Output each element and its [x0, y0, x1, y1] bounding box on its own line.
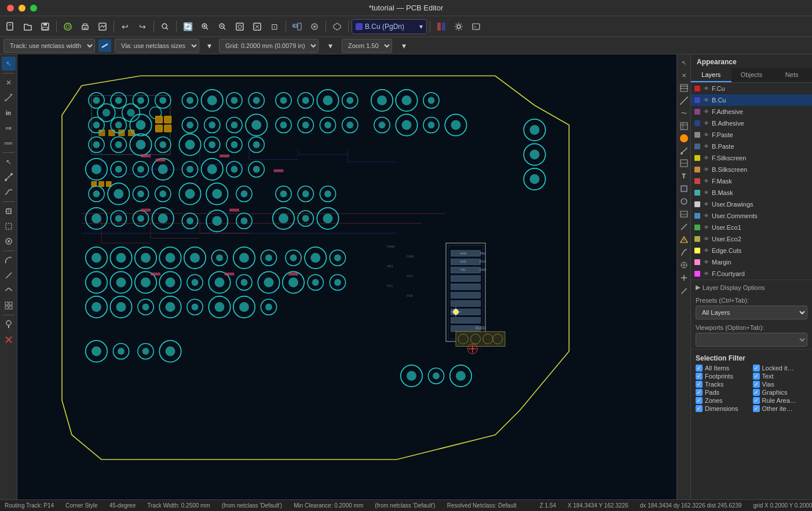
layer-visible-toggle[interactable]: 👁	[703, 120, 709, 126]
3d-view-button[interactable]	[329, 19, 345, 35]
measure-tool[interactable]	[2, 91, 16, 105]
layer-visible-toggle[interactable]: 👁	[703, 225, 709, 230]
box-right-tool[interactable]	[678, 183, 690, 194]
text-right-tool[interactable]: T	[678, 170, 690, 182]
via-tool[interactable]	[2, 234, 16, 248]
search-button[interactable]	[157, 19, 173, 35]
layer-visible-toggle[interactable]: 👁	[703, 259, 709, 265]
layer-item[interactable]: 👁 B.Adhesive	[691, 117, 812, 129]
layer-item[interactable]: 👁 User.Eco1	[691, 222, 812, 233]
copper-zone-tool[interactable]	[2, 219, 16, 233]
hatch3-right-tool[interactable]	[678, 157, 690, 169]
layer-visible-toggle[interactable]: 👁	[703, 86, 709, 91]
selection-filter-checkbox[interactable]	[753, 365, 760, 372]
route2-tool[interactable]	[2, 284, 16, 297]
line-tool[interactable]	[2, 269, 16, 282]
route-tool[interactable]	[2, 170, 16, 184]
layer-item[interactable]: 👁 B.Mask	[691, 187, 812, 198]
selection-filter-checkbox[interactable]	[696, 397, 703, 404]
layer-visible-toggle[interactable]: 👁	[703, 132, 709, 138]
via-size-select[interactable]: Via: use netclass sizes	[115, 39, 199, 53]
layer-item[interactable]: 👁 Margin	[691, 256, 812, 268]
paintbrush-tool[interactable]	[678, 145, 690, 156]
plot-button[interactable]	[94, 19, 111, 35]
route-right-tool[interactable]	[678, 247, 690, 258]
selection-filter-checkbox[interactable]	[753, 381, 760, 388]
selection-filter-checkbox[interactable]	[696, 365, 703, 372]
selection-filter-checkbox[interactable]	[696, 373, 703, 380]
via-size-mode-button[interactable]: ▾	[203, 39, 215, 52]
line-right-tool[interactable]	[678, 221, 690, 233]
grid-dropdown-button[interactable]: ▾	[322, 38, 338, 54]
minimize-button[interactable]	[19, 5, 25, 12]
viewports-select[interactable]	[696, 333, 807, 347]
layer-visible-toggle[interactable]: 👁	[703, 155, 709, 161]
cursor-tool[interactable]: ↖	[2, 155, 16, 169]
settings-button[interactable]	[451, 19, 467, 35]
zoom-orig-button[interactable]	[249, 19, 265, 35]
wave-right-tool[interactable]: 〜	[678, 108, 690, 119]
layer-item[interactable]: 👁 F.Courtyard	[691, 268, 812, 280]
layer-item[interactable]: 👁 B.Paste	[691, 141, 812, 152]
add-right-tool[interactable]	[678, 272, 690, 284]
layer-item[interactable]: 👁 User.Comments	[691, 210, 812, 222]
selection-filter-checkbox[interactable]	[753, 373, 760, 380]
selection-filter-checkbox[interactable]	[753, 397, 760, 404]
layer-item[interactable]: 👁 B.Cu	[691, 94, 812, 106]
image-right-tool[interactable]	[678, 208, 690, 220]
layer-item[interactable]: 👁 F.Cu	[691, 83, 812, 94]
save-button[interactable]	[37, 19, 53, 35]
unit-tool[interactable]: mm	[2, 136, 16, 150]
highlight-button[interactable]	[306, 19, 323, 35]
layer-item[interactable]: 👁 User.Drawings	[691, 198, 812, 210]
tab-objects[interactable]: Objects	[731, 68, 772, 82]
layer-item[interactable]: 👁 Edge.Cuts	[691, 245, 812, 256]
scripting-button[interactable]: >_	[468, 19, 484, 35]
cross-tool[interactable]: ✕	[2, 76, 16, 90]
layer-item[interactable]: 👁 F.Adhesive	[691, 106, 812, 117]
layer-item[interactable]: 👁 F.Mask	[691, 175, 812, 187]
layer-item[interactable]: 👁 F.Paste	[691, 129, 812, 141]
layer-visible-toggle[interactable]: 👁	[703, 167, 709, 172]
undo-button[interactable]: ↩	[117, 19, 133, 35]
pen-right-tool[interactable]	[678, 285, 690, 296]
select-tool[interactable]: ↖	[2, 57, 16, 71]
layer-visible-toggle[interactable]: 👁	[703, 144, 709, 149]
new-button[interactable]	[2, 19, 19, 35]
selection-filter-checkbox[interactable]	[696, 381, 703, 388]
refresh-button[interactable]: 🔄	[180, 19, 196, 35]
zoom-out-button[interactable]	[214, 19, 231, 35]
redo-button[interactable]: ↪	[134, 19, 151, 35]
gerber-button[interactable]	[60, 19, 76, 35]
paint-tool[interactable]	[2, 318, 16, 332]
tab-layers[interactable]: Layers	[691, 68, 731, 82]
origin-right-tool[interactable]	[678, 259, 690, 271]
cursor-right-tool[interactable]: ↖	[678, 57, 690, 68]
layer-visible-toggle[interactable]: 👁	[703, 271, 709, 277]
layer-display-options-toggle[interactable]: ▶ Layer Display Options	[696, 284, 807, 291]
drc-tool[interactable]	[678, 234, 690, 245]
layer-visible-toggle[interactable]: 👁	[703, 190, 709, 196]
hatch2-right-tool[interactable]	[678, 120, 690, 132]
layer-visible-toggle[interactable]: 👁	[703, 248, 709, 253]
zoom-select[interactable]: Zoom 1.50	[342, 39, 392, 53]
layer-item[interactable]: 👁 F.Silkscreen	[691, 152, 812, 164]
layer-visible-toggle[interactable]: 👁	[703, 178, 709, 184]
cross-right-tool[interactable]: ✕	[678, 69, 690, 81]
mm-tool[interactable]: mil	[2, 121, 16, 135]
layer-visible-toggle[interactable]: 👁	[703, 201, 709, 207]
selection-filter-checkbox[interactable]	[753, 405, 760, 412]
layer-pair-button[interactable]	[433, 19, 449, 35]
layer-selector[interactable]: B.Cu (PgDn) ▾	[352, 19, 427, 34]
track-width-mode-button[interactable]	[98, 39, 111, 52]
layer-visible-toggle[interactable]: 👁	[703, 213, 709, 219]
presets-select[interactable]: All Layers	[696, 306, 807, 319]
layer-visible-toggle[interactable]: 👁	[703, 236, 709, 242]
track-width-select[interactable]: Track: use netclass width	[3, 39, 95, 53]
open-button[interactable]	[20, 19, 36, 35]
grid-tool[interactable]	[2, 299, 16, 313]
text-tool[interactable]: in	[2, 106, 16, 120]
maximize-button[interactable]	[30, 5, 37, 12]
zoom-dropdown-button[interactable]: ▾	[396, 38, 412, 54]
grid-select[interactable]: Grid: 0.2000 mm (0.0079 in)	[219, 39, 319, 53]
